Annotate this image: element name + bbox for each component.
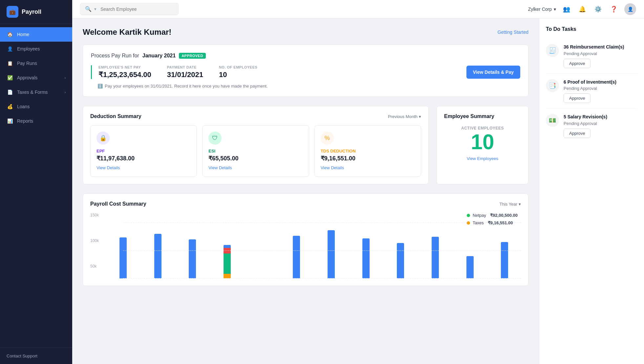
page-header: Welcome Kartik Kumar! Getting Started: [83, 28, 528, 37]
legend-color-dot: [467, 214, 470, 217]
sidebar-item-pay-runs[interactable]: 📋 Pay Runs: [0, 56, 72, 71]
bar-segment-blue: [224, 245, 231, 248]
deduction-card-epf: 🔒 EPF ₹11,97,638.00 View Details: [90, 125, 197, 177]
search-box[interactable]: 🔍 ▾: [80, 3, 179, 15]
active-employees-count: 10: [444, 131, 521, 153]
esi-view-details[interactable]: View Details: [208, 165, 232, 170]
year-label: This Year: [500, 202, 517, 207]
task-item-salary-revision: 💵 5 Salary Revision(s) Pending Approval …: [546, 109, 637, 143]
sidebar-label-reports: Reports: [17, 118, 33, 124]
chart-y-labels: 150k 100k 50k: [90, 213, 99, 269]
getting-started-link[interactable]: Getting Started: [498, 30, 528, 35]
legend-color-dot: [467, 221, 470, 225]
pay-run-prefix: Process Pay Run for: [91, 53, 139, 59]
sidebar-item-loans[interactable]: 💰 Loans: [0, 99, 72, 114]
app-logo[interactable]: 💼 Payroll: [0, 0, 72, 24]
sidebar-label-home: Home: [17, 32, 29, 37]
sidebar-footer: Contact Support: [0, 347, 72, 364]
reimbursement-task-title: 36 Reimbursement Claim(s): [564, 44, 637, 51]
employees-nav-icon: 👤: [7, 46, 13, 52]
y-label-150k: 150k: [90, 213, 99, 217]
sidebar-item-home[interactable]: 🏠 Home: [0, 27, 72, 42]
sidebar-item-taxes-forms[interactable]: 📄 Taxes & Forms ›: [0, 85, 72, 99]
chart-bar-group: [350, 223, 382, 278]
gear-icon[interactable]: ⚙️: [593, 4, 603, 14]
chart-legend-item: Taxes ₹9,16,551.00: [467, 220, 518, 225]
chart-area: 150k 100k 50k Netpay ₹92,0: [90, 213, 521, 278]
todo-tasks-list: 🧾 36 Reimbursement Claim(s) Pending Appr…: [546, 39, 637, 143]
bar-blue: [501, 242, 508, 278]
company-selector[interactable]: Zylker Corp ▾: [528, 7, 556, 12]
pay-note: ℹ️ Pay your employees on 31/01/2021. Rec…: [91, 84, 520, 89]
period-label: Previous Month: [388, 114, 418, 119]
sidebar-item-approvals[interactable]: ✅ Approvals ›: [0, 71, 72, 85]
proof-investment-task-content: 6 Proof of Inventment(s) Pending Approva…: [564, 79, 637, 103]
approvals-nav-icon: ✅: [7, 74, 13, 81]
chart-bar-group: [107, 223, 140, 278]
period-selector[interactable]: Previous Month ▾: [388, 114, 421, 119]
cost-title: Payroll Cost Summary: [90, 201, 146, 207]
company-name: Zylker Corp: [528, 7, 552, 12]
esi-amount: ₹65,505.00: [208, 155, 303, 162]
home-nav-icon: 🏠: [7, 31, 13, 38]
payment-date-detail: PAYMENT DATE 31/01/2021: [167, 65, 203, 79]
page-title: Welcome Kartik Kumar!: [83, 28, 171, 37]
pay-run-title: Process Pay Run for January 2021 APPROVE…: [91, 53, 520, 59]
search-input[interactable]: [100, 7, 174, 12]
year-selector[interactable]: This Year ▾: [500, 202, 521, 207]
reports-nav-icon: 📊: [7, 118, 13, 124]
arrow-taxes-forms: ›: [65, 91, 66, 94]
chart-bar-group: [141, 223, 174, 278]
bar-blue: [432, 237, 439, 278]
salary-revision-task-title: 5 Salary Revision(s): [564, 114, 637, 120]
users-icon[interactable]: 👥: [561, 4, 572, 14]
chart-bars: [107, 223, 521, 278]
bar-blue: [154, 234, 161, 278]
arrow-approvals: ›: [65, 76, 66, 80]
sidebar-label-pay-runs: Pay Runs: [17, 61, 37, 66]
payment-date-label: PAYMENT DATE: [167, 65, 203, 69]
bar-blue: [293, 236, 300, 278]
chart-legend: Netpay ₹92,00,500.00 Taxes ₹9,16,551.00: [467, 213, 518, 225]
chart-bar-group: [384, 223, 417, 278]
topbar: 🔍 ▾ Zylker Corp ▾ 👥 🔔 ⚙️ ❓ 👤: [72, 0, 644, 18]
employee-summary: Employee Summary ACTIVE EMPLOYEES 10 Vie…: [437, 106, 528, 184]
active-employees-label: ACTIVE EMPLOYEES: [444, 126, 521, 131]
sidebar-nav: 🏠 Home 👤 Employees 📋 Pay Runs ✅ Approval…: [0, 24, 72, 347]
tds-icon: %: [321, 131, 334, 145]
chart-bar-group: [176, 223, 209, 278]
chart-bar-group: [246, 223, 278, 278]
tds-amount: ₹9,16,551.00: [321, 155, 415, 162]
chart-bar-group: [419, 223, 452, 278]
salary-revision-task-icon: 💵: [546, 114, 559, 127]
help-icon[interactable]: ❓: [609, 4, 619, 14]
view-employees-link[interactable]: View Employees: [444, 156, 521, 161]
esi-name: ESI: [208, 149, 303, 153]
info-icon: ℹ️: [97, 84, 103, 89]
tds-view-details[interactable]: View Details: [321, 165, 344, 170]
epf-view-details[interactable]: View Details: [97, 165, 120, 170]
bell-icon[interactable]: 🔔: [577, 4, 588, 14]
tds-name: TDS DEDUCTION: [321, 149, 415, 153]
reimbursement-approve-button[interactable]: Approve: [564, 59, 590, 68]
chart-legend-item: Netpay ₹92,00,500.00: [467, 213, 518, 218]
proof-investment-approve-button[interactable]: Approve: [564, 93, 590, 103]
bar-segment-yellow: [224, 274, 231, 278]
y-label-100k: 100k: [90, 238, 99, 243]
app-name: Payroll: [22, 9, 41, 15]
task-item-reimbursement: 🧾 36 Reimbursement Claim(s) Pending Appr…: [546, 39, 637, 74]
deduction-card-esi: 🛡 ESI ₹65,505.00 View Details: [202, 125, 309, 177]
contact-support-link[interactable]: Contact Support: [7, 354, 37, 358]
avatar[interactable]: 👤: [624, 3, 636, 15]
epf-amount: ₹11,97,638.00: [97, 155, 191, 162]
pay-run-section: Process Pay Run for January 2021 APPROVE…: [83, 45, 528, 97]
pay-runs-nav-icon: 📋: [7, 60, 13, 67]
proof-investment-task-title: 6 Proof of Inventment(s): [564, 79, 637, 86]
emp-summary-title: Employee Summary: [444, 113, 494, 119]
sidebar-item-reports[interactable]: 📊 Reports: [0, 114, 72, 128]
bar-blue: [397, 243, 404, 278]
salary-revision-approve-button[interactable]: Approve: [564, 129, 590, 138]
sidebar-item-employees[interactable]: 👤 Employees: [0, 42, 72, 56]
view-details-pay-button[interactable]: View Details & Pay: [466, 66, 520, 79]
deduction-card-tds: % TDS DEDUCTION ₹9,16,551.00 View Detail…: [314, 125, 421, 177]
